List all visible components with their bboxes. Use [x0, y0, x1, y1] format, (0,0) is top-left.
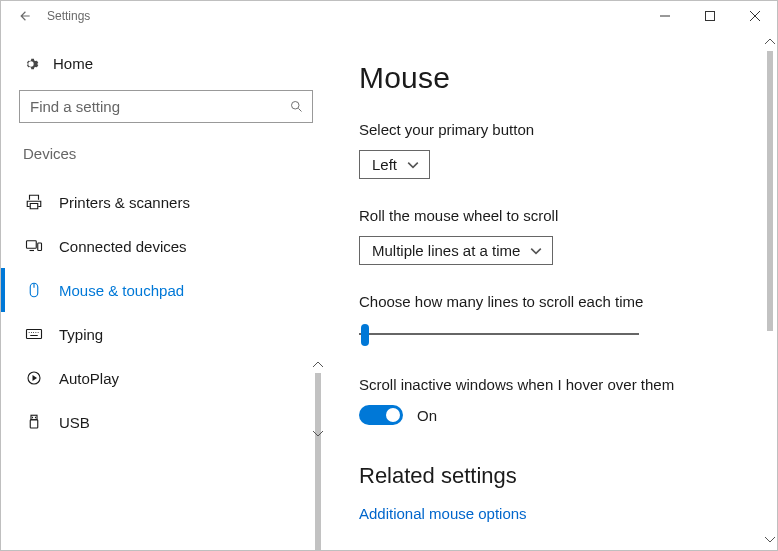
- scroll-mode-label: Roll the mouse wheel to scroll: [359, 207, 777, 224]
- additional-mouse-options-link[interactable]: Additional mouse options: [359, 505, 777, 522]
- svg-rect-6: [27, 330, 42, 339]
- usb-icon: [25, 413, 43, 431]
- scroll-mode-combo[interactable]: Multiple lines at a time: [359, 236, 553, 265]
- search-box[interactable]: [19, 90, 313, 123]
- category-label: Devices: [19, 145, 323, 162]
- maximize-icon: [705, 11, 715, 21]
- sidebar-item-label: Printers & scanners: [59, 194, 190, 211]
- primary-button-value: Left: [372, 156, 397, 173]
- primary-button-label: Select your primary button: [359, 121, 777, 138]
- scroll-mode-value: Multiple lines at a time: [372, 242, 520, 259]
- toggle-state-label: On: [417, 407, 437, 424]
- svg-point-1: [29, 62, 32, 65]
- chevron-down-icon: [407, 159, 419, 171]
- arrow-left-icon: [18, 9, 32, 23]
- maximize-button[interactable]: [687, 1, 732, 31]
- autoplay-icon: [25, 369, 43, 387]
- main-content: Mouse Select your primary button Left Ro…: [323, 31, 777, 550]
- window-title: Settings: [47, 9, 90, 23]
- search-icon: [289, 99, 304, 114]
- lines-slider-label: Choose how many lines to scroll each tim…: [359, 293, 777, 310]
- sidebar-item-printers[interactable]: Printers & scanners: [19, 180, 315, 224]
- svg-rect-4: [38, 243, 42, 251]
- scrollbar-arrow-up-icon[interactable]: [313, 360, 323, 370]
- sidebar-item-usb[interactable]: USB: [19, 400, 315, 444]
- home-label: Home: [53, 55, 93, 72]
- svg-rect-8: [31, 415, 37, 420]
- sidebar-item-connected[interactable]: Connected devices: [19, 224, 315, 268]
- minimize-button[interactable]: [642, 1, 687, 31]
- scrollbar-arrow-down-icon[interactable]: [765, 534, 775, 544]
- sidebar-item-label: Connected devices: [59, 238, 187, 255]
- devices-icon: [25, 237, 43, 255]
- back-button[interactable]: [9, 1, 41, 31]
- close-button[interactable]: [732, 1, 777, 31]
- sidebar-item-autoplay[interactable]: AutoPlay: [19, 356, 315, 400]
- sidebar-item-label: AutoPlay: [59, 370, 119, 387]
- sidebar-item-mouse[interactable]: Mouse & touchpad: [19, 268, 315, 312]
- related-heading: Related settings: [359, 463, 777, 489]
- sidebar-item-label: Mouse & touchpad: [59, 282, 184, 299]
- sidebar: Home Devices Printers & scanners: [1, 31, 323, 550]
- scrollbar-arrow-down-icon[interactable]: [313, 428, 323, 438]
- titlebar: Settings: [1, 1, 777, 31]
- nav-list: Printers & scanners Connected devices Mo…: [19, 180, 323, 444]
- home-nav[interactable]: Home: [19, 49, 323, 90]
- inactive-scroll-label: Scroll inactive windows when I hover ove…: [359, 376, 777, 393]
- window: Settings Home Devices: [0, 0, 778, 551]
- body: Home Devices Printers & scanners: [1, 31, 777, 550]
- svg-point-2: [292, 102, 300, 110]
- scrollbar-arrow-up-icon[interactable]: [765, 37, 775, 47]
- page-heading: Mouse: [359, 61, 777, 95]
- printer-icon: [25, 193, 43, 211]
- minimize-icon: [660, 11, 670, 21]
- sidebar-item-typing[interactable]: Typing: [19, 312, 315, 356]
- mouse-icon: [25, 281, 43, 299]
- svg-rect-9: [30, 420, 38, 428]
- lines-slider[interactable]: [359, 322, 639, 346]
- svg-rect-0: [705, 12, 714, 21]
- chevron-down-icon: [530, 245, 542, 257]
- toggle-knob: [386, 408, 400, 422]
- sidebar-item-label: Typing: [59, 326, 103, 343]
- sidebar-item-label: USB: [59, 414, 90, 431]
- slider-thumb[interactable]: [361, 324, 369, 346]
- slider-track: [359, 333, 639, 335]
- scrollbar-thumb[interactable]: [315, 373, 321, 550]
- close-icon: [750, 11, 760, 21]
- keyboard-icon: [25, 325, 43, 343]
- gear-icon: [23, 56, 39, 72]
- primary-button-combo[interactable]: Left: [359, 150, 430, 179]
- scrollbar-thumb[interactable]: [767, 51, 773, 331]
- inactive-scroll-toggle[interactable]: [359, 405, 403, 425]
- svg-rect-3: [27, 241, 37, 249]
- search-input[interactable]: [30, 98, 289, 115]
- window-controls: [642, 1, 777, 31]
